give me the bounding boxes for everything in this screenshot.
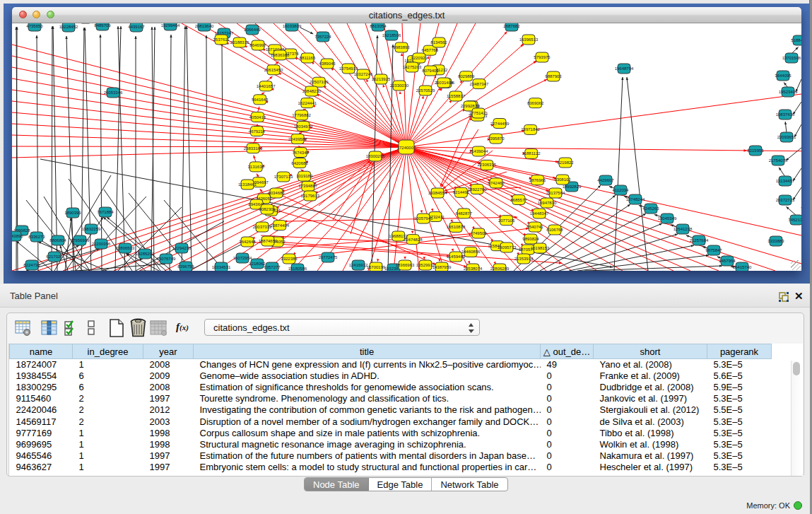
svg-text:22507109: 22507109 <box>310 80 329 84</box>
svg-text:5219822: 5219822 <box>557 160 574 165</box>
svg-text:22744459: 22744459 <box>490 122 510 126</box>
svg-text:1890399: 1890399 <box>64 211 81 215</box>
svg-text:26053346: 26053346 <box>104 90 123 95</box>
svg-text:2066449: 2066449 <box>244 28 261 32</box>
svg-text:5641643: 5641643 <box>252 98 269 102</box>
svg-text:4735650: 4735650 <box>26 24 43 28</box>
svg-text:12294238: 12294238 <box>172 246 192 250</box>
svg-text:5308102: 5308102 <box>554 177 571 182</box>
svg-text:16224441: 16224441 <box>298 101 317 105</box>
svg-text:20037339: 20037339 <box>253 225 272 229</box>
svg-text:4389045: 4389045 <box>319 62 336 66</box>
svg-text:7671884: 7671884 <box>97 210 114 214</box>
svg-text:11558837: 11558837 <box>447 94 466 98</box>
svg-text:8811165: 8811165 <box>300 56 316 60</box>
svg-text:21257684: 21257684 <box>690 238 709 243</box>
svg-text:10334531: 10334531 <box>212 265 231 269</box>
svg-text:6420686: 6420686 <box>291 161 308 165</box>
svg-text:13701506: 13701506 <box>782 56 801 60</box>
svg-text:4679214: 4679214 <box>249 129 266 134</box>
svg-text:13754919: 13754919 <box>339 66 358 71</box>
svg-text:5188470: 5188470 <box>791 38 801 42</box>
svg-text:11318461: 11318461 <box>238 182 257 187</box>
svg-text:4429607: 4429607 <box>597 178 614 182</box>
svg-text:15076749: 15076749 <box>157 257 176 261</box>
svg-text:8224730: 8224730 <box>23 263 40 267</box>
svg-text:3395870: 3395870 <box>488 136 505 141</box>
svg-text:10228452: 10228452 <box>59 25 78 29</box>
svg-text:22330030: 22330030 <box>390 83 409 88</box>
svg-text:9887903: 9887903 <box>545 74 562 78</box>
svg-text:9875847: 9875847 <box>705 248 722 252</box>
svg-text:4439167: 4439167 <box>128 25 145 29</box>
svg-text:16415740: 16415740 <box>733 265 752 269</box>
svg-text:22570529: 22570529 <box>416 88 435 93</box>
svg-text:10837430: 10837430 <box>776 112 795 117</box>
svg-text:15180586: 15180586 <box>288 267 307 271</box>
svg-text:10057945: 10057945 <box>414 216 433 221</box>
svg-text:23833160: 23833160 <box>244 146 263 151</box>
svg-text:8646997: 8646997 <box>249 43 266 47</box>
svg-text:2457954: 2457954 <box>719 259 736 263</box>
svg-text:17240007: 17240007 <box>397 146 416 150</box>
svg-text:23137564: 23137564 <box>546 191 565 195</box>
svg-text:9082309: 9082309 <box>259 207 276 211</box>
svg-text:12416912: 12416912 <box>349 263 368 267</box>
svg-text:20615450: 20615450 <box>264 68 283 72</box>
svg-text:23971842: 23971842 <box>521 127 540 132</box>
svg-text:17751421: 17751421 <box>469 111 488 115</box>
svg-text:2077105: 2077105 <box>498 218 515 223</box>
svg-text:16033809: 16033809 <box>283 24 302 28</box>
svg-text:7749509: 7749509 <box>470 231 487 235</box>
svg-text:18300295: 18300295 <box>366 154 385 158</box>
svg-text:11881122: 11881122 <box>522 151 541 156</box>
svg-text:2687682: 2687682 <box>503 24 520 28</box>
svg-text:4143890: 4143890 <box>12 234 23 238</box>
svg-text:19384554: 19384554 <box>428 191 447 195</box>
svg-text:19836388: 19836388 <box>271 53 290 57</box>
svg-text:13179613: 13179613 <box>300 194 319 198</box>
svg-text:1019189: 1019189 <box>296 174 313 178</box>
svg-text:15198153: 15198153 <box>531 246 550 250</box>
svg-text:17796882: 17796882 <box>292 113 311 117</box>
svg-text:6540741: 6540741 <box>526 225 543 229</box>
svg-text:15700199: 15700199 <box>367 265 386 269</box>
svg-text:13134457: 13134457 <box>776 179 795 183</box>
svg-text:16072954: 16072954 <box>233 256 252 260</box>
svg-text:8336273: 8336273 <box>28 235 45 239</box>
svg-text:14275203: 14275203 <box>403 65 422 69</box>
svg-text:13748244: 13748244 <box>626 197 645 201</box>
svg-text:7674349: 7674349 <box>293 151 310 155</box>
svg-text:20772475: 20772475 <box>319 255 338 259</box>
svg-text:22439587: 22439587 <box>288 137 307 141</box>
svg-text:18034970: 18034970 <box>294 124 313 129</box>
svg-text:3333883: 3333883 <box>767 239 784 243</box>
svg-text:8489709: 8489709 <box>94 23 111 28</box>
svg-text:3322386: 3322386 <box>281 257 298 261</box>
svg-text:22806503: 22806503 <box>116 246 135 250</box>
svg-text:19095773: 19095773 <box>498 245 517 250</box>
svg-text:8806804: 8806804 <box>49 238 66 243</box>
svg-text:8813054: 8813054 <box>370 24 387 28</box>
svg-text:19285201: 19285201 <box>136 252 155 256</box>
svg-text:21353914: 21353914 <box>514 257 534 261</box>
svg-text:19523409: 19523409 <box>779 90 798 94</box>
svg-text:17956909: 17956909 <box>71 238 90 243</box>
svg-text:9983893: 9983893 <box>393 45 410 49</box>
svg-text:7452134: 7452134 <box>788 218 801 222</box>
svg-text:18992829: 18992829 <box>563 185 582 189</box>
svg-text:18366963: 18366963 <box>396 263 415 267</box>
svg-text:9214491: 9214491 <box>453 190 470 194</box>
svg-text:8396759: 8396759 <box>177 264 194 269</box>
svg-text:14460856: 14460856 <box>461 250 481 254</box>
svg-text:19688132: 19688132 <box>389 234 408 238</box>
svg-text:16510878: 16510878 <box>447 225 466 229</box>
svg-text:8029889: 8029889 <box>458 74 475 78</box>
svg-text:20031404: 20031404 <box>435 81 454 85</box>
svg-text:6357277: 6357277 <box>264 265 281 269</box>
svg-text:13045349: 13045349 <box>658 216 677 221</box>
svg-text:23487347: 23487347 <box>470 82 489 86</box>
svg-text:6742460: 6742460 <box>488 181 505 185</box>
svg-text:6482877: 6482877 <box>456 211 473 216</box>
svg-text:20813640: 20813640 <box>195 24 214 28</box>
